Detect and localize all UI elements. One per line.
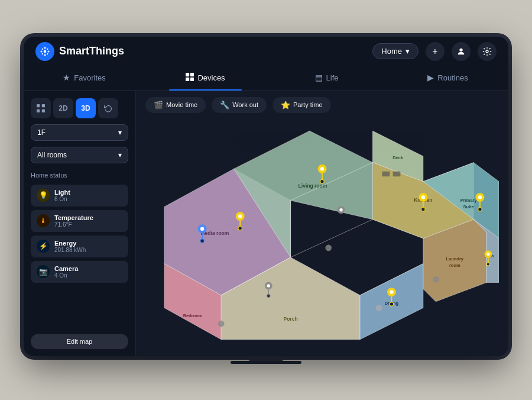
svg-line-42	[291, 219, 373, 257]
camera-text: Camera 4 On	[54, 265, 122, 279]
svg-point-57	[421, 207, 425, 211]
svg-rect-17	[37, 109, 40, 112]
floor-selector[interactable]: 1F ▾	[31, 124, 128, 141]
devices-icon	[186, 73, 194, 83]
svg-point-63	[238, 214, 242, 218]
pin-living-sensor[interactable]	[338, 206, 345, 214]
tab-life[interactable]: ▤ Life	[266, 66, 387, 91]
scene-party[interactable]: ⭐ Party time	[273, 97, 331, 113]
svg-point-75	[390, 302, 393, 305]
routines-icon: ▶	[427, 73, 434, 82]
svg-text:Deck: Deck	[392, 155, 404, 160]
header-right: Home ▾ +	[372, 42, 497, 61]
main-content: 2D 3D 1F ▾	[24, 91, 508, 356]
svg-rect-13	[186, 77, 189, 80]
kitchen-appliance	[382, 171, 390, 176]
tab-favorites[interactable]: ★ Favorites	[24, 66, 145, 91]
svg-point-61	[478, 207, 482, 211]
svg-point-55	[421, 195, 425, 199]
svg-point-0	[44, 50, 47, 53]
svg-rect-15	[37, 104, 40, 107]
sidebar: 2D 3D 1F ▾	[24, 91, 136, 356]
add-button[interactable]: +	[426, 42, 445, 61]
svg-text:Primary: Primary	[460, 197, 478, 202]
svg-point-71	[339, 208, 342, 211]
status-items: 💡 Light 6 On 🌡 Temperature 71.6°F	[31, 185, 128, 283]
life-icon: ▤	[315, 73, 323, 82]
pin-living-device2[interactable]	[325, 244, 332, 251]
svg-rect-12	[190, 73, 194, 76]
svg-text:Laundry: Laundry	[446, 256, 464, 262]
favorites-icon: ★	[63, 73, 70, 82]
svg-point-65	[238, 226, 242, 230]
svg-point-79	[486, 262, 489, 265]
view-history-button[interactable]	[98, 98, 118, 118]
edit-map-button[interactable]: Edit map	[31, 334, 128, 349]
workout-icon: 🔧	[220, 101, 229, 109]
scene-workout[interactable]: 🔧 Work out	[212, 97, 267, 113]
pin-laundry-device[interactable]	[433, 276, 439, 282]
status-temperature[interactable]: 🌡 Temperature 71.6°F	[31, 210, 128, 232]
home-status-label: Home status	[31, 172, 128, 179]
view-grid-button[interactable]	[31, 98, 51, 118]
app-name: SmartThings	[59, 45, 124, 57]
header: SmartThings Home ▾ +	[24, 37, 508, 66]
svg-point-7	[42, 53, 43, 54]
right-panel: 🎬 Movie time 🔧 Work out ⭐ Party time	[136, 91, 508, 356]
room-selector[interactable]: All rooms ▾	[31, 147, 128, 163]
settings-button[interactable]	[478, 42, 497, 61]
tv-frame: SmartThings Home ▾ +	[24, 37, 508, 356]
status-energy[interactable]: ⚡ Energy 201.88 kWh	[31, 236, 128, 257]
floor-plan-svg: Media room Living room Deck Kitchen	[145, 124, 499, 347]
kitchen-appliance2	[393, 171, 401, 176]
camera-icon: 📷	[37, 265, 50, 278]
svg-text:Porch: Porch	[284, 315, 298, 321]
nav-tabs: ★ Favorites Devices ▤ Life	[24, 66, 508, 91]
svg-point-10	[486, 50, 488, 53]
view-2d-button[interactable]: 2D	[53, 98, 73, 118]
svg-rect-14	[190, 77, 194, 80]
svg-point-67	[267, 284, 270, 287]
tab-routines[interactable]: ▶ Routines	[387, 66, 508, 91]
svg-point-9	[459, 48, 462, 51]
svg-point-59	[478, 195, 482, 199]
profile-button[interactable]	[452, 42, 471, 61]
svg-point-73	[390, 290, 393, 293]
svg-text:Living room: Living room	[299, 183, 327, 189]
svg-point-1	[44, 47, 46, 49]
svg-rect-18	[42, 109, 45, 112]
view-controls: 2D 3D	[31, 98, 128, 118]
light-icon: 💡	[37, 189, 50, 202]
svg-point-51	[200, 227, 204, 230]
smartthings-logo-icon	[35, 42, 54, 61]
svg-text:Suite: Suite	[463, 204, 474, 209]
svg-point-69	[267, 294, 270, 297]
movie-icon: 🎬	[154, 101, 163, 109]
svg-point-53	[200, 238, 204, 242]
svg-point-2	[44, 54, 46, 56]
svg-rect-16	[42, 104, 45, 107]
svg-text:Bedroom: Bedroom	[183, 313, 203, 318]
temperature-text: Temperature 71.6°F	[54, 214, 122, 228]
svg-rect-11	[186, 73, 189, 76]
scene-bar: 🎬 Movie time 🔧 Work out ⭐ Party time	[136, 91, 508, 119]
pin-porch-device[interactable]	[376, 304, 382, 311]
svg-point-77	[486, 252, 489, 255]
svg-point-6	[47, 48, 48, 49]
view-3d-button[interactable]: 3D	[76, 98, 96, 118]
svg-point-5	[42, 48, 43, 49]
svg-point-3	[41, 50, 43, 52]
svg-point-4	[48, 50, 50, 52]
pin-bedroom-device[interactable]	[218, 320, 225, 327]
floor-plan-container: Media room Living room Deck Kitchen	[136, 119, 508, 356]
party-icon: ⭐	[281, 101, 290, 109]
scene-movie[interactable]: 🎬 Movie time	[145, 97, 206, 113]
light-text: Light 6 On	[54, 189, 122, 202]
home-select[interactable]: Home ▾	[372, 43, 419, 59]
status-camera[interactable]: 📷 Camera 4 On	[31, 261, 128, 283]
svg-point-47	[320, 167, 324, 170]
tab-devices[interactable]: Devices	[145, 66, 266, 91]
temperature-icon: 🌡	[37, 214, 50, 227]
status-light[interactable]: 💡 Light 6 On	[31, 185, 128, 207]
tv-stand	[248, 356, 284, 361]
